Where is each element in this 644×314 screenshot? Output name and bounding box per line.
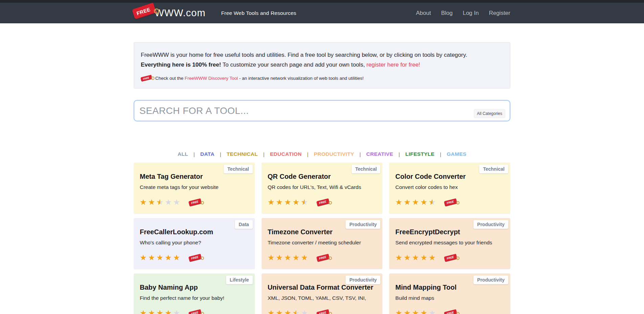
tool-cards-grid: Technical Meta Tag Generator Create meta… <box>134 163 510 314</box>
card-bottom: ★★★★★ FREE <box>395 254 504 262</box>
free-tag-icon: FREE <box>444 253 458 262</box>
star-icon: ★ <box>156 254 163 262</box>
category-dropdown[interactable]: All Categories <box>474 109 505 118</box>
tool-title: Mind Mapping Tool <box>395 284 504 291</box>
star-icon: ★ <box>148 198 155 206</box>
star-icon: ★ <box>140 309 147 314</box>
tool-description: Create meta tags for your website <box>140 184 249 190</box>
tool-card[interactable]: Productivity FreeEncryptDecrypt Send enc… <box>389 218 510 269</box>
star-icon: ★ <box>301 254 308 262</box>
tool-card[interactable]: Lifestyle Baby Naming App Find the perfe… <box>134 273 255 314</box>
tool-title: Baby Naming App <box>140 284 249 291</box>
tool-card[interactable]: Data FreeCallerLookup.com Who's calling … <box>134 218 255 269</box>
tab-productivity[interactable]: PRODUCTIVITY <box>313 151 355 157</box>
star-rating: ★★★★★ <box>268 309 309 314</box>
star-icon: ★ <box>301 309 308 314</box>
free-tag-icon: FREE <box>316 253 330 262</box>
star-icon: ★ <box>284 198 291 206</box>
tool-card[interactable]: Technical Meta Tag Generator Create meta… <box>134 163 255 214</box>
tool-description: Find the perfect name for your baby! <box>140 295 249 301</box>
star-icon: ★ <box>276 309 283 314</box>
tool-title: Universal Data Format Converter <box>268 284 377 291</box>
star-icon: ★ <box>429 198 436 206</box>
site-tagline: Free Web Tools and Resources <box>221 10 296 16</box>
star-icon: ★ <box>412 198 419 206</box>
free-tag-icon: FREE <box>316 198 330 207</box>
site-logo[interactable]: FREE WWW.com <box>134 7 205 19</box>
tab-separator: | <box>307 151 308 157</box>
tool-description: Build mind maps <box>395 295 504 301</box>
star-rating: ★★★★★ <box>395 309 437 314</box>
category-badge: Technical <box>224 165 253 173</box>
tool-title: Meta Tag Generator <box>140 173 249 180</box>
tab-technical[interactable]: TECHNICAL <box>226 151 259 157</box>
category-badge: Technical <box>352 165 381 173</box>
tool-description: Send encrypted messages to your friends <box>395 240 504 246</box>
tool-card[interactable]: Technical Color Code Converter Convert c… <box>389 163 510 214</box>
tool-description: Who's calling your phone? <box>140 240 249 246</box>
category-tabs: ALL|DATA|TECHNICAL|EDUCATION|PRODUCTIVIT… <box>134 151 510 157</box>
tool-description: Timezone converter / meeting scheduler <box>268 240 377 246</box>
tool-title: Timezone Converter <box>268 228 377 236</box>
tool-card[interactable]: Productivity Mind Mapping Tool Build min… <box>389 273 510 314</box>
free-tag-icon: FREE <box>188 253 202 262</box>
header: FREE WWW.com Free Web Tools and Resource… <box>0 3 644 23</box>
star-icon: ★ <box>293 309 300 314</box>
tab-separator: | <box>399 151 400 157</box>
star-icon: ★ <box>173 198 180 206</box>
star-rating: ★★★★★ <box>140 198 181 206</box>
card-bottom: ★★★★★ FREE <box>268 198 377 206</box>
tool-card[interactable]: Technical QR Code Generator QR codes for… <box>262 163 383 214</box>
card-bottom: ★★★★★ FREE <box>140 309 249 314</box>
category-badge: Productivity <box>346 275 380 284</box>
tool-card[interactable]: Productivity Universal Data Format Conve… <box>262 273 383 314</box>
tool-card[interactable]: Productivity Timezone Converter Timezone… <box>262 218 383 269</box>
free-tag-icon: FREE <box>316 309 330 314</box>
nav-link-log-in[interactable]: Log In <box>463 10 479 17</box>
star-rating: ★★★★★ <box>268 254 309 262</box>
brand-name: WWW.com <box>155 7 205 19</box>
star-icon: ★ <box>268 254 275 262</box>
category-badge: Data <box>235 220 252 229</box>
intro-line-3: FREE Check out the FreeWWW Discovery Too… <box>141 76 503 81</box>
star-icon: ★ <box>429 254 436 262</box>
star-icon: ★ <box>412 254 419 262</box>
star-icon: ★ <box>420 198 427 206</box>
free-tag-icon: FREE <box>188 198 202 207</box>
star-icon: ★ <box>268 198 275 206</box>
free-tag-icon: FREE <box>140 75 152 82</box>
tab-lifestyle[interactable]: LIFESTYLE <box>405 151 435 157</box>
nav-link-register[interactable]: Register <box>489 10 510 17</box>
tab-games[interactable]: GAMES <box>446 151 467 157</box>
discovery-tool-link[interactable]: FreeWWW Discovery Tool <box>185 76 238 81</box>
tab-separator: | <box>194 151 195 157</box>
star-icon: ★ <box>293 254 300 262</box>
tool-title: FreeCallerLookup.com <box>140 228 249 236</box>
register-link[interactable]: register here for free! <box>367 62 420 68</box>
star-icon: ★ <box>293 198 300 206</box>
header-nav: AboutBlogLog InRegister <box>416 10 510 17</box>
star-icon: ★ <box>420 309 427 314</box>
intro-box: FreeWWW is your home for free useful too… <box>134 42 510 89</box>
star-icon: ★ <box>156 198 163 206</box>
search-input[interactable] <box>134 105 510 116</box>
card-bottom: ★★★★★ FREE <box>140 198 249 206</box>
tab-data[interactable]: DATA <box>200 151 215 157</box>
tab-education[interactable]: EDUCATION <box>269 151 303 157</box>
category-badge: Lifestyle <box>226 275 253 284</box>
nav-link-about[interactable]: About <box>416 10 431 17</box>
star-icon: ★ <box>148 309 155 314</box>
intro-bold: Everything here is 100% free! <box>141 62 221 68</box>
tab-creative[interactable]: CREATIVE <box>365 151 394 157</box>
intro-line-2: Everything here is 100% free! To customi… <box>141 62 503 68</box>
star-icon: ★ <box>429 309 436 314</box>
star-icon: ★ <box>412 309 419 314</box>
star-icon: ★ <box>404 198 411 206</box>
nav-link-blog[interactable]: Blog <box>441 10 452 17</box>
page: FREE WWW.com Free Web Tools and Resource… <box>0 0 644 314</box>
card-bottom: ★★★★★ FREE <box>140 254 249 262</box>
tab-all[interactable]: ALL <box>177 151 189 157</box>
star-icon: ★ <box>420 254 427 262</box>
tool-description: Convert color codes to hex <box>395 184 504 190</box>
star-icon: ★ <box>173 254 180 262</box>
